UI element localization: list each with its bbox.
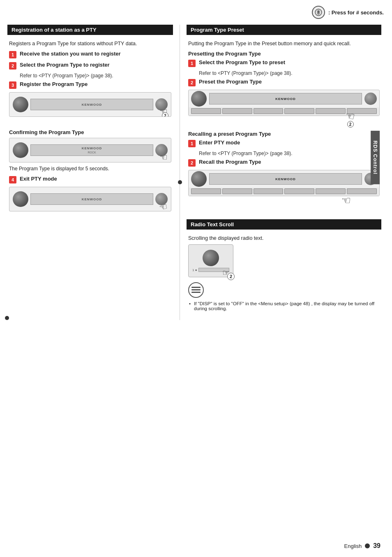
step-1-label: Receive the station you want to register bbox=[20, 51, 121, 57]
preset-step-2: 2 Preset the Program Type bbox=[188, 79, 380, 86]
page-dot bbox=[365, 543, 370, 548]
recall-step-1-label: Enter PTY mode bbox=[199, 139, 240, 146]
radio-text-section-header: Radio Text Scroll bbox=[187, 219, 381, 230]
step-num-2: 2 bbox=[9, 62, 16, 70]
preset-device-container: KENWOOD ☞ 2 bbox=[188, 90, 380, 116]
exit-left-knob bbox=[13, 191, 28, 207]
right-section-dot bbox=[178, 180, 182, 184]
recall-step-1: 1 Enter PTY mode bbox=[188, 139, 380, 147]
pd-left-knob bbox=[191, 91, 207, 107]
confirming-screen: KENWOOD ROCK bbox=[30, 144, 153, 156]
page-number: 39 bbox=[373, 542, 380, 550]
radio-text-devices: 1 ● 2 ☞ bbox=[188, 244, 380, 277]
step-num-1: 1 bbox=[9, 51, 16, 58]
exit-device-container: KENWOOD ☞ bbox=[9, 187, 171, 211]
page-footer: English 39 bbox=[344, 542, 380, 550]
hand-step3: ☞ 2 bbox=[159, 107, 168, 117]
registration-section-body: Registers a Program Type for stations wi… bbox=[7, 38, 173, 226]
press-indicator: : Press for # seconds. bbox=[312, 6, 384, 19]
radio-text-note: If "DISP" is set to "OFF" in the <Menu s… bbox=[188, 301, 380, 311]
confirming-header: Confirming the Program Type bbox=[9, 129, 171, 135]
radio-text-device: 1 ● 2 ☞ bbox=[188, 244, 233, 277]
radio-text-intro: Scrolling the displayed radio text. bbox=[188, 235, 380, 241]
step-1-receive: 1 Receive the station you want to regist… bbox=[9, 51, 171, 58]
rt-knob bbox=[203, 250, 219, 266]
left-section-dot bbox=[5, 316, 9, 320]
recalling-header: Recalling a preset Program Type bbox=[188, 131, 380, 137]
recall-step-1-sub: Refer to <PTY (Program Type)> (page 38). bbox=[199, 151, 380, 156]
step-4-label: Exit PTY mode bbox=[20, 176, 57, 182]
pd-btn-2 bbox=[222, 108, 252, 114]
preset-step-1-sub: Refer to <PTY (Program Type)> (page 38). bbox=[199, 70, 380, 76]
pd-btn-1 bbox=[191, 108, 221, 114]
svg-rect-4 bbox=[191, 292, 201, 293]
registration-section-header: Registration of a station as a PTY bbox=[7, 25, 173, 35]
step-4-exit: 4 Exit PTY mode bbox=[9, 176, 171, 183]
radio-text-section-body: Scrolling the displayed radio text. 1 ● … bbox=[187, 233, 381, 316]
svg-point-1 bbox=[318, 11, 319, 13]
rd-left-knob bbox=[191, 171, 207, 187]
hand-recall: ☞ bbox=[341, 194, 351, 207]
hand-exit: ☞ bbox=[159, 202, 168, 211]
pd-right-knob bbox=[364, 93, 377, 105]
confirming-device-container: KENWOOD ROCK ☞ bbox=[9, 138, 171, 162]
exit-screen: KENWOOD bbox=[30, 193, 153, 205]
step-num-3: 3 bbox=[9, 81, 16, 89]
preset-step-1: 1 Select the Program Type to preset bbox=[188, 59, 380, 67]
rt-label: 1 ● bbox=[192, 268, 197, 272]
pd-btn-3 bbox=[254, 108, 284, 114]
confirming-text: The Program Type is displayed for 5 seco… bbox=[9, 166, 171, 172]
left-column: Registration of a station as a PTY Regis… bbox=[7, 25, 180, 320]
step3-device: KENWOOD ☞ 2 bbox=[9, 92, 171, 117]
recall-step-num-2: 2 bbox=[188, 159, 196, 167]
pd-btn-5 bbox=[316, 108, 346, 114]
hand-preset-2: ☞ 2 bbox=[346, 110, 355, 128]
recall-device: KENWOOD bbox=[188, 170, 380, 196]
step-2-select: 2 Select the Program Type to register bbox=[9, 62, 171, 70]
preset-step-num-2: 2 bbox=[188, 79, 196, 86]
radio-text-device-container: 1 ● 2 ☞ bbox=[188, 244, 233, 277]
press-text: : Press for # seconds. bbox=[328, 9, 384, 16]
step-3-register: 3 Register the Program Type bbox=[9, 81, 171, 89]
pd-btn-4 bbox=[284, 108, 314, 114]
confirming-left-knob bbox=[13, 142, 28, 158]
rd-btn-3 bbox=[254, 188, 284, 194]
device-left-knob bbox=[13, 97, 28, 112]
rd-btn-2 bbox=[222, 188, 252, 194]
program-type-intro: Putting the Program Type in the Preset b… bbox=[188, 41, 380, 46]
recall-step-2: 2 Recall the Program Type bbox=[188, 159, 380, 167]
menu-icon bbox=[188, 282, 204, 298]
recall-step-2-label: Recall the Program Type bbox=[199, 159, 261, 165]
rt-hand-small: ☞ bbox=[222, 268, 230, 278]
presetting-header: Presetting the Program Type bbox=[188, 51, 380, 57]
rd-btn-6 bbox=[347, 188, 377, 194]
svg-rect-3 bbox=[191, 289, 201, 290]
rds-control-tab: RDS Control bbox=[371, 131, 380, 184]
rd-btn-1 bbox=[191, 188, 221, 194]
recall-device-container: KENWOOD ☞ bbox=[188, 170, 380, 196]
preset-step-num-1: 1 bbox=[188, 60, 196, 67]
confirming-device: KENWOOD ROCK ☞ bbox=[9, 138, 171, 162]
preset-device-top: KENWOOD bbox=[189, 90, 379, 107]
step-2-sub: Refer to <PTY (Program Type)> (page 38). bbox=[20, 73, 171, 79]
step-2-label: Select the Program Type to register bbox=[20, 62, 110, 68]
program-type-section-header: Program Type Preset bbox=[187, 25, 381, 35]
recall-device-top: KENWOOD bbox=[189, 170, 379, 188]
rd-btn-4 bbox=[284, 188, 314, 194]
menu-icon-row bbox=[188, 282, 380, 298]
exit-device: KENWOOD ☞ bbox=[9, 187, 171, 211]
hand-confirming: ☞ bbox=[159, 152, 168, 162]
step3-device-container: KENWOOD ☞ 2 bbox=[9, 92, 171, 117]
device-screen: KENWOOD bbox=[30, 99, 153, 110]
press-icon bbox=[312, 6, 325, 19]
registration-intro: Registers a Program Type for stations wi… bbox=[9, 41, 171, 46]
preset-step-1-label: Select the Program Type to preset bbox=[199, 59, 285, 65]
rd-screen: KENWOOD bbox=[209, 173, 362, 185]
brand-label: KENWOOD bbox=[82, 103, 102, 107]
preset-step-2-label: Preset the Program Type bbox=[199, 79, 262, 85]
pd-screen: KENWOOD bbox=[209, 93, 362, 104]
right-column: Program Type Preset Putting the Program … bbox=[180, 25, 381, 320]
language-label: English bbox=[344, 543, 362, 549]
svg-rect-2 bbox=[191, 287, 201, 288]
step-num-4: 4 bbox=[9, 176, 16, 183]
